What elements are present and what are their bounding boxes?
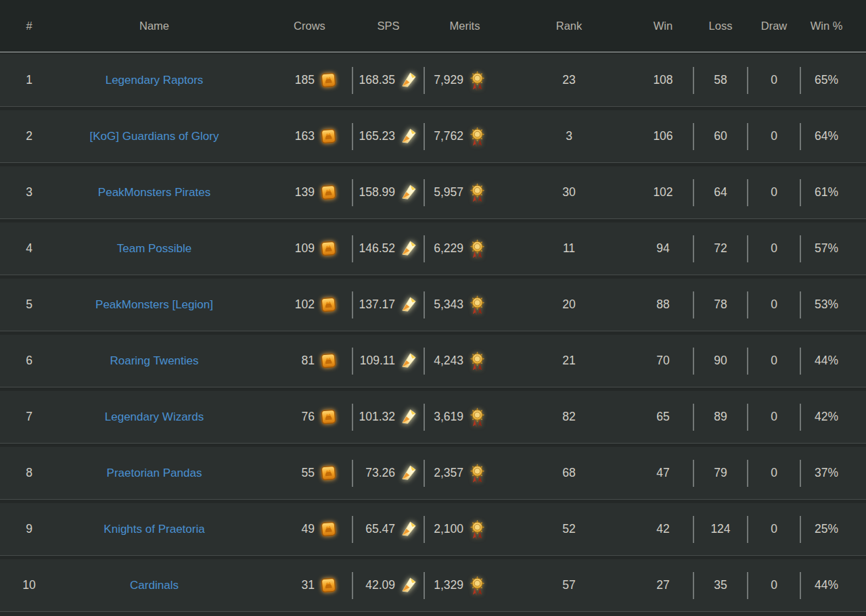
sps-value: 42.09 [365,578,395,592]
sps-value: 146.52 [359,241,395,256]
crows-value: 81 [302,354,315,368]
guild-leaderboard-table: # Name Crows SPS Merits Rank Win Loss Dr… [0,0,866,612]
team-link[interactable]: PeakMonsters [Legion] [95,298,213,312]
team-link[interactable]: Legendary Raptors [106,74,204,87]
row-number: 2 [0,110,58,162]
merits-cell: 6,229 [424,222,505,275]
win-value: 108 [633,54,693,106]
sps-cell: 42.09 [352,559,424,611]
loss-value: 124 [693,503,748,555]
merits-cell: 7,762 [424,110,505,162]
win-value: 94 [633,222,693,275]
team-link[interactable]: Praetorian Pandas [107,467,202,480]
sps-shard-icon [400,408,418,426]
win-pct-value: 42% [800,391,866,443]
crows-value: 55 [302,466,315,480]
crows-value: 163 [295,129,315,143]
merits-cell: 2,357 [424,447,505,499]
team-name-cell: Praetorian Pandas [58,447,250,499]
merits-cell: 4,243 [424,335,505,387]
header-win: Win [633,0,693,51]
loss-value: 78 [693,279,748,331]
merits-value: 7,929 [434,73,463,87]
header-draw: Draw [748,0,800,51]
team-link[interactable]: Knights of Praetoria [104,523,204,536]
row-number: 1 [0,54,58,106]
team-name-cell: PeakMonsters Pirates [58,166,250,218]
table-row: 10 Cardinals 31 42.09 1,329 57 27 35 0 4… [0,559,866,612]
win-pct-value: 61% [800,166,866,218]
sps-value: 101.32 [359,410,395,424]
merits-medal-icon [468,520,486,541]
sps-cell: 109.11 [352,335,424,387]
crows-cell: 163 [250,110,352,162]
merits-value: 2,100 [434,522,463,536]
team-name-cell: [KoG] Guardians of Glory [58,110,250,162]
crows-cell: 185 [250,54,352,106]
draw-value: 0 [748,54,800,106]
rank-value: 30 [505,166,633,218]
header-rank-position: # [0,0,58,51]
team-link[interactable]: Team Possible [117,242,192,256]
crows-token-icon [319,71,338,89]
win-pct-value: 65% [800,54,866,106]
crows-value: 185 [295,73,315,87]
row-number: 9 [0,503,58,555]
loss-value: 90 [693,335,748,387]
loss-value: 64 [693,166,748,218]
sps-cell: 168.35 [352,54,424,106]
header-name: Name [58,0,250,51]
sps-shard-icon [400,71,418,89]
table-row: 5 PeakMonsters [Legion] 102 137.17 5,343… [0,279,866,331]
merits-medal-icon [468,352,486,373]
row-number: 5 [0,279,58,331]
crows-token-icon [319,520,338,538]
crows-value: 102 [295,298,315,312]
sps-value: 168.35 [359,73,395,87]
win-value: 47 [633,447,693,499]
header-merits: Merits [424,0,505,51]
row-number: 7 [0,391,58,443]
crows-cell: 76 [250,391,352,443]
merits-cell: 5,957 [424,166,505,218]
sps-cell: 101.32 [352,391,424,443]
team-name-cell: PeakMonsters [Legion] [58,279,250,331]
draw-value: 0 [748,447,800,499]
sps-shard-icon [400,520,418,538]
table-row: 1 Legendary Raptors 185 168.35 7,929 23 … [0,54,866,107]
merits-cell: 7,929 [424,54,505,106]
merits-medal-icon [468,239,486,260]
team-link[interactable]: PeakMonsters Pirates [98,186,210,199]
header-sps: SPS [352,0,424,51]
crows-token-icon [319,239,338,258]
crows-value: 109 [295,241,315,256]
sps-cell: 73.26 [352,447,424,499]
merits-value: 4,243 [434,354,463,368]
win-pct-value: 37% [800,447,866,499]
win-pct-value: 44% [800,559,866,611]
sps-cell: 146.52 [352,222,424,275]
win-pct-value: 53% [800,279,866,331]
rank-value: 57 [505,559,633,611]
team-link[interactable]: Legendary Wizards [105,410,204,424]
merits-value: 5,957 [434,185,463,199]
crows-token-icon [319,408,338,426]
table-row: 8 Praetorian Pandas 55 73.26 2,357 68 47… [0,447,866,500]
draw-value: 0 [748,391,800,443]
win-value: 70 [633,335,693,387]
team-link[interactable]: Roaring Twenties [110,354,198,368]
sps-shard-icon [400,576,418,594]
team-link[interactable]: [KoG] Guardians of Glory [90,130,219,143]
table-row: 9 Knights of Praetoria 49 65.47 2,100 52… [0,503,866,556]
merits-value: 7,762 [434,129,463,143]
sps-value: 165.23 [359,129,395,143]
crows-value: 31 [302,578,315,592]
loss-value: 79 [693,447,748,499]
merits-cell: 1,329 [424,559,505,611]
team-link[interactable]: Cardinals [130,579,179,592]
crows-value: 139 [295,185,315,199]
merits-value: 1,329 [434,578,463,592]
table-row: 4 Team Possible 109 146.52 6,229 11 94 7… [0,222,866,275]
crows-token-icon [319,183,338,202]
sps-cell: 137.17 [352,279,424,331]
